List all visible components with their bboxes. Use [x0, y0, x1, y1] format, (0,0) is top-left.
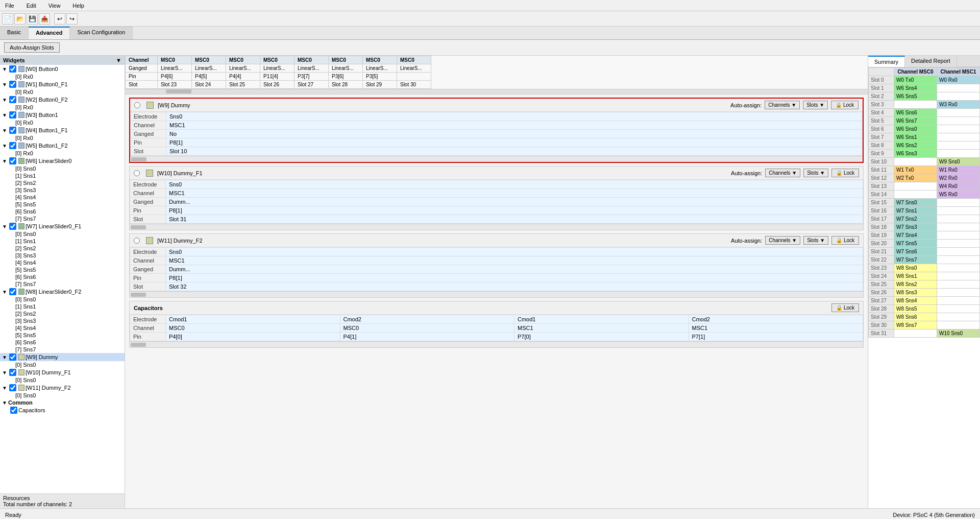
- tree-item-w7-sns1[interactable]: [1] Sns1: [0, 238, 125, 245]
- tree-item-w5[interactable]: ▼ [W5] Button1_F2: [0, 141, 125, 150]
- tree-item-w6-sns0[interactable]: [0] Sns0: [0, 165, 125, 172]
- tree-toggle-w2[interactable]: ▼: [2, 97, 8, 103]
- widget-radio-w9[interactable]: [134, 102, 140, 108]
- menu-view[interactable]: View: [45, 2, 64, 10]
- center-panel[interactable]: Channel MSC0 MSC0 MSC0 MSC0 MSC0 MSC0 MS…: [125, 56, 868, 508]
- channels-dropdown-w10[interactable]: Channels ▼: [765, 169, 800, 177]
- tree-item-w3[interactable]: ▼ [W3] Button1: [0, 111, 125, 119]
- tree-item-w7[interactable]: ▼ [W7] LinearSlider0_F1: [0, 222, 125, 230]
- menu-help[interactable]: Help: [69, 2, 87, 10]
- menu-file[interactable]: File: [2, 2, 17, 10]
- widget-table-container-w11[interactable]: ElectrodeSns0 ChannelMSC1 GangedDumm... …: [130, 247, 863, 291]
- tree-item-w8-sns2[interactable]: [2] Sns2: [0, 310, 125, 317]
- tree-item-w11[interactable]: ▼ [W11] Dummy_F2: [0, 384, 125, 392]
- checkbox-capacitors[interactable]: [10, 407, 17, 414]
- widget-radio-w10[interactable]: [134, 170, 140, 176]
- tree-item-w8-sns5[interactable]: [5] Sns5: [0, 332, 125, 339]
- tree-item-w7-sns0[interactable]: [0] Sns0: [0, 230, 125, 238]
- channels-dropdown-w11[interactable]: Channels ▼: [765, 236, 800, 245]
- tree-toggle-common[interactable]: ▼: [2, 400, 8, 406]
- checkbox-w6[interactable]: [9, 157, 16, 164]
- cap-lock-btn[interactable]: 🔒 Lock: [831, 303, 859, 312]
- tree-item-w4[interactable]: ▼ [W4] Button1_F1: [0, 126, 125, 134]
- tree-item-w9-sns0[interactable]: [0] Sns0: [0, 361, 125, 368]
- tree-toggle-w1[interactable]: ▼: [2, 82, 8, 87]
- tree-item-w6-sns4[interactable]: [4] Sns4: [0, 194, 125, 201]
- checkbox-w11[interactable]: [9, 384, 16, 391]
- w10-scrollbar[interactable]: [130, 224, 863, 230]
- tree-toggle-w6[interactable]: ▼: [2, 158, 8, 164]
- checkbox-w9[interactable]: [9, 353, 16, 361]
- checkbox-w3[interactable]: [9, 111, 16, 119]
- tree-toggle-w7[interactable]: ▼: [2, 224, 8, 229]
- tree-toggle-w9[interactable]: ▼: [2, 355, 8, 360]
- tree-item-w6-sns1[interactable]: [1] Sns1: [0, 172, 125, 179]
- tree-item-w2[interactable]: ▼ [W2] Button0_F2: [0, 96, 125, 104]
- tab-advanced[interactable]: Advanced: [29, 27, 70, 39]
- checkbox-w10[interactable]: [9, 369, 16, 376]
- tree-item-common[interactable]: ▼ Common: [0, 399, 125, 406]
- tree-toggle-w3[interactable]: ▼: [2, 112, 8, 118]
- undo-button[interactable]: ↩: [54, 13, 65, 25]
- tree-item-w7-sns5[interactable]: [5] Sns5: [0, 266, 125, 273]
- tree-item-w7-sns4[interactable]: [4] Sns4: [0, 259, 125, 266]
- tree-item-w4-rx0[interactable]: [0] Rx0: [0, 134, 125, 141]
- tree-item-w8-sns4[interactable]: [4] Sns4: [0, 324, 125, 332]
- tree-toggle-w8[interactable]: ▼: [2, 289, 8, 295]
- checkbox-w4[interactable]: [9, 127, 16, 134]
- cap-scrollbar[interactable]: [130, 341, 863, 347]
- redo-button[interactable]: ↪: [66, 13, 78, 25]
- save-button[interactable]: 💾: [27, 13, 38, 25]
- tree-toggle-w10[interactable]: ▼: [2, 370, 8, 375]
- tree-item-w6-sns6[interactable]: [6] Sns6: [0, 208, 125, 215]
- tree-item-w0[interactable]: ▼ [W0] Button0: [0, 65, 125, 73]
- tree-toggle-w4[interactable]: ▼: [2, 128, 8, 133]
- slots-dropdown-w10[interactable]: Slots ▼: [803, 169, 828, 177]
- sidebar-collapse-icon[interactable]: ▼: [116, 57, 121, 63]
- checkbox-w7[interactable]: [9, 223, 16, 230]
- checkbox-w8[interactable]: [9, 288, 16, 295]
- tree-item-w8-sns1[interactable]: [1] Sns1: [0, 303, 125, 310]
- tree-item-w6[interactable]: ▼ [W6] LinearSlider0: [0, 157, 125, 165]
- tree-item-w7-sns6[interactable]: [6] Sns6: [0, 273, 125, 280]
- tree-item-w2-rx0[interactable]: [0] Rx0: [0, 104, 125, 111]
- channels-dropdown-w9[interactable]: Channels ▼: [765, 101, 800, 109]
- tree-item-w10[interactable]: ▼ [W10] Dummy_F1: [0, 368, 125, 376]
- tree-item-w8-sns7[interactable]: [7] Sns7: [0, 346, 125, 353]
- widget-table-container-w9[interactable]: ElectrodeSns0 ChannelMSC1 GangedNo PinP8…: [130, 112, 863, 156]
- tab-scan-configuration[interactable]: Scan Configuration: [70, 27, 133, 39]
- checkbox-w1[interactable]: [9, 81, 16, 88]
- widgets-scroll[interactable]: [W9] Dummy Auto-assign: Channels ▼ Slots…: [125, 95, 868, 508]
- tree-item-w7-sns2[interactable]: [2] Sns2: [0, 245, 125, 252]
- tree-item-w7-sns7[interactable]: [7] Sns7: [0, 280, 125, 288]
- tree-item-w10-sns0[interactable]: [0] Sns0: [0, 376, 125, 384]
- checkbox-w2[interactable]: [9, 96, 16, 103]
- lock-btn-w11[interactable]: 🔒 Lock: [831, 236, 859, 245]
- auto-assign-slots-button[interactable]: Auto-Assign Slots: [4, 42, 60, 53]
- tree-item-w11-sns0[interactable]: [0] Sns0: [0, 392, 125, 399]
- tree-toggle-w11[interactable]: ▼: [2, 385, 8, 391]
- w11-scrollbar[interactable]: [130, 291, 863, 297]
- tab-basic[interactable]: Basic: [0, 27, 29, 39]
- tree-item-w3-rx0[interactable]: [0] Rx0: [0, 119, 125, 126]
- tree-item-w1[interactable]: ▼ [W1] Button0_F1: [0, 80, 125, 88]
- export-button[interactable]: 📤: [39, 13, 50, 25]
- checkbox-w0[interactable]: [9, 65, 16, 73]
- widget-table-container-w10[interactable]: ElectrodeSns0 ChannelMSC1 GangedDumm... …: [130, 180, 863, 224]
- slots-dropdown-w9[interactable]: Slots ▼: [803, 101, 828, 109]
- open-button[interactable]: 📂: [14, 13, 26, 25]
- new-button[interactable]: 📄: [2, 13, 13, 25]
- tab-summary[interactable]: Summary: [868, 56, 905, 67]
- tree-item-w1-rx0[interactable]: [0] Rx0: [0, 88, 125, 96]
- tree-toggle-w0[interactable]: ▼: [2, 66, 8, 72]
- tree-item-w0-rx0[interactable]: [0] Rx0: [0, 73, 125, 80]
- tab-detailed-report[interactable]: Detailed Report: [905, 56, 957, 67]
- tree-item-w6-sns3[interactable]: [3] Sns3: [0, 186, 125, 194]
- top-scroll-area[interactable]: Channel MSC0 MSC0 MSC0 MSC0 MSC0 MSC0 MS…: [125, 56, 868, 89]
- tree-item-w7-sns3[interactable]: [3] Sns3: [0, 252, 125, 259]
- tree-item-w5-rx0[interactable]: [0] Rx0: [0, 150, 125, 157]
- tree-toggle-w5[interactable]: ▼: [2, 143, 8, 149]
- w9-scrollbar[interactable]: [130, 156, 863, 162]
- tree-item-w8-sns6[interactable]: [6] Sns6: [0, 339, 125, 346]
- slots-dropdown-w11[interactable]: Slots ▼: [803, 236, 828, 245]
